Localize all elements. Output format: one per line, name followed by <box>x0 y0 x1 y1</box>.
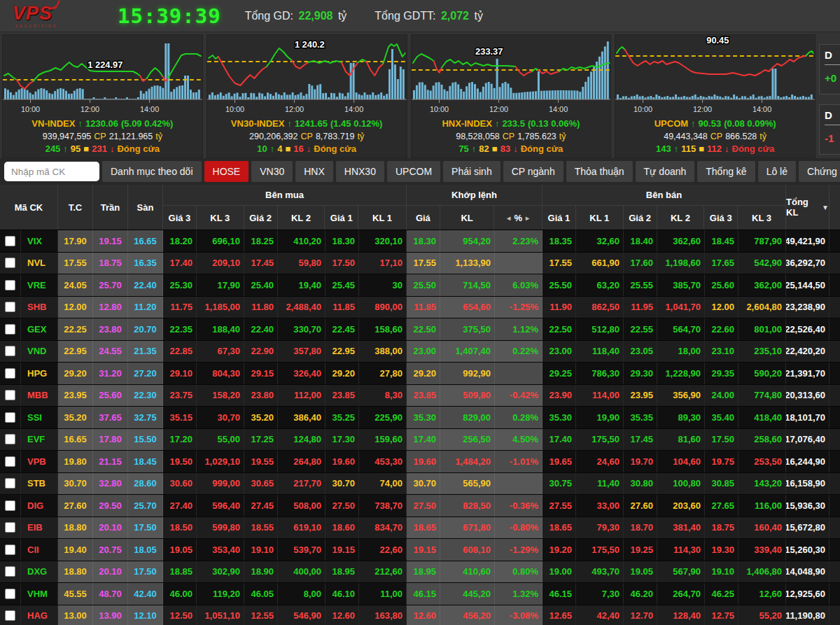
ceiling-price-cell[interactable]: 12.80 <box>93 297 128 318</box>
price-cell[interactable]: 46.00 <box>163 583 197 605</box>
price-cell[interactable]: 410,20 <box>278 230 326 252</box>
ref-price-cell[interactable]: 23.95 <box>58 385 93 407</box>
price-cell[interactable]: 774,80 <box>738 385 786 407</box>
row-checkbox[interactable] <box>5 456 15 467</box>
price-cell[interactable]: 143,20 <box>738 473 786 495</box>
price-cell[interactable]: 17.55 <box>542 253 576 274</box>
price-cell[interactable]: 17.55 <box>407 253 440 274</box>
price-cell[interactable]: 1.32% <box>495 583 542 605</box>
price-cell[interactable]: 339,40 <box>738 539 786 561</box>
price-cell[interactable]: 19.25 <box>624 539 657 561</box>
price-cell[interactable]: 12.60 <box>326 605 359 625</box>
row-checkbox[interactable] <box>5 478 15 489</box>
price-cell[interactable]: 29.35 <box>705 363 738 384</box>
price-cell[interactable]: 18.90 <box>244 561 278 583</box>
price-cell[interactable]: 188,40 <box>197 318 244 340</box>
price-cell[interactable]: 18.30 <box>407 230 440 252</box>
price-cell[interactable]: 27.55 <box>542 495 576 517</box>
ref-price-cell[interactable]: 35.20 <box>58 407 93 428</box>
price-cell[interactable]: 27.40 <box>163 495 197 517</box>
price-cell[interactable]: 17.65 <box>705 253 738 274</box>
price-cell[interactable]: 19.60 <box>407 451 440 472</box>
floor-price-cell[interactable]: 25.70 <box>128 495 163 517</box>
price-cell[interactable]: 696,10 <box>197 230 244 252</box>
ceiling-price-cell[interactable]: 25.60 <box>93 385 128 407</box>
price-cell[interactable]: 302,90 <box>197 561 244 583</box>
stock-symbol[interactable]: STB <box>21 473 58 495</box>
price-cell[interactable]: 264,70 <box>657 583 705 605</box>
price-cell[interactable]: 22.40 <box>244 318 278 340</box>
floor-price-cell[interactable]: 42.40 <box>128 583 163 605</box>
price-cell[interactable]: 29.25 <box>542 363 576 384</box>
row-checkbox[interactable] <box>5 545 15 555</box>
price-cell[interactable]: 353,40 <box>197 539 244 561</box>
price-cell[interactable]: 18.95 <box>326 561 359 583</box>
price-cell[interactable]: 18.55 <box>244 517 278 539</box>
price-cell[interactable]: 30.75 <box>542 473 576 495</box>
price-cell[interactable]: 381,40 <box>657 517 705 539</box>
stock-symbol[interactable]: NVL <box>21 253 58 274</box>
price-cell[interactable]: 212,60 <box>359 561 407 583</box>
floor-price-cell[interactable]: 16.65 <box>128 230 163 252</box>
price-cell[interactable]: 12.75 <box>705 605 738 625</box>
price-cell[interactable]: 46.05 <box>244 583 278 605</box>
price-cell[interactable]: 100,80 <box>657 473 705 495</box>
price-cell[interactable]: 203,60 <box>657 495 705 517</box>
price-cell[interactable]: 508,00 <box>278 495 326 517</box>
price-cell[interactable]: 12.55 <box>244 605 278 625</box>
price-cell[interactable]: 258,60 <box>738 429 786 451</box>
price-cell[interactable]: 19.15 <box>326 539 359 561</box>
price-cell[interactable]: 890,00 <box>359 297 407 318</box>
floor-price-cell[interactable]: 21.35 <box>128 341 163 363</box>
price-cell[interactable]: 17.25 <box>244 429 278 451</box>
stock-symbol[interactable]: VPB <box>21 451 58 472</box>
price-cell[interactable]: 19.65 <box>542 451 576 472</box>
row-checkbox[interactable] <box>5 236 15 246</box>
price-cell[interactable]: 42,40 <box>576 605 624 625</box>
price-cell[interactable]: 2,604,80 <box>738 297 786 318</box>
row-checkbox[interactable] <box>5 368 15 379</box>
price-cell[interactable]: 22.85 <box>163 341 197 363</box>
ref-price-cell[interactable]: 18.80 <box>58 561 93 583</box>
price-cell[interactable]: 33,00 <box>576 495 624 517</box>
price-cell[interactable]: 23.00 <box>407 341 440 363</box>
ceiling-price-cell[interactable]: 20.10 <box>93 561 128 583</box>
price-cell[interactable]: 35.30 <box>407 407 440 428</box>
stock-symbol[interactable]: VHM <box>21 583 58 605</box>
ref-price-cell[interactable]: 17.55 <box>58 253 93 274</box>
price-cell[interactable]: 163,80 <box>359 605 407 625</box>
ceiling-price-cell[interactable]: 17.80 <box>93 429 128 451</box>
stock-symbol[interactable]: HPG <box>21 363 58 384</box>
price-cell[interactable]: 828,50 <box>440 495 495 517</box>
price-cell[interactable]: 326,40 <box>278 363 326 384</box>
stock-symbol[interactable]: MBB <box>21 385 58 407</box>
price-cell[interactable]: 1,185,00 <box>197 297 244 318</box>
price-cell[interactable]: 2.23% <box>495 230 542 252</box>
price-cell[interactable]: 46.15 <box>542 583 576 605</box>
price-cell[interactable]: 30.65 <box>244 473 278 495</box>
price-cell[interactable]: 1,029,10 <box>197 451 244 472</box>
price-cell[interactable]: 118,40 <box>576 341 624 363</box>
price-cell[interactable]: 671,80 <box>440 517 495 539</box>
price-cell[interactable]: 23.00 <box>542 341 576 363</box>
price-cell[interactable]: 25.40 <box>244 274 278 296</box>
ref-price-cell[interactable]: 24.05 <box>58 274 93 296</box>
price-cell[interactable]: 19.50 <box>163 451 197 472</box>
price-cell[interactable]: 116,00 <box>738 495 786 517</box>
price-cell[interactable]: 35.30 <box>542 407 576 428</box>
row-checkbox[interactable] <box>5 324 15 335</box>
price-cell[interactable]: -0.42% <box>495 385 542 407</box>
price-cell[interactable]: 590,20 <box>738 363 786 384</box>
price-cell[interactable]: 4.50% <box>495 429 542 451</box>
price-cell[interactable]: 55,00 <box>197 429 244 451</box>
price-cell[interactable]: -3.08% <box>495 605 542 625</box>
price-cell[interactable]: 46.10 <box>326 583 359 605</box>
price-cell[interactable]: 1.12% <box>495 318 542 340</box>
price-cell[interactable]: 19.00 <box>542 561 576 583</box>
tab-chứng-quyền[interactable]: Chứng quyền <box>799 161 840 182</box>
price-cell[interactable]: 512,80 <box>576 318 624 340</box>
price-cell[interactable] <box>495 363 542 384</box>
price-cell[interactable]: 24,60 <box>576 451 624 472</box>
floor-price-cell[interactable]: 17.50 <box>128 561 163 583</box>
price-cell[interactable]: 17.40 <box>163 253 197 274</box>
